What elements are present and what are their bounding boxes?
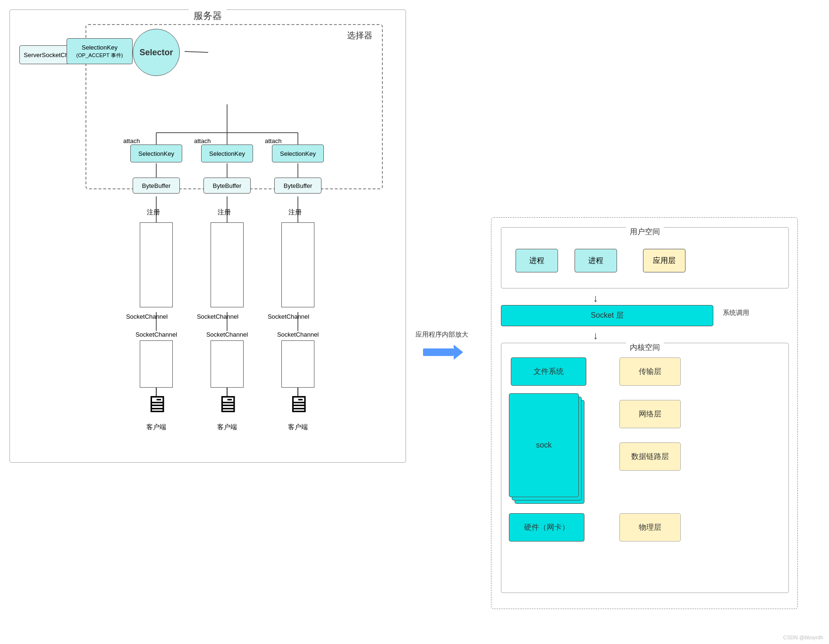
zoom-arrow-area: 应用程序内部放大	[415, 330, 468, 362]
selection-key-3: SelectionKey	[272, 144, 324, 162]
attach-label-3: attach	[265, 137, 281, 144]
sc-tall-3	[281, 222, 314, 307]
sc-label-outer-2: SocketChannel	[196, 331, 258, 338]
bytebuffer-3: ByteBuffer	[274, 178, 321, 194]
selection-key-top: SelectionKey (OP_ACCEPT 事件)	[67, 38, 133, 64]
kernel-space-label: 内核空间	[626, 343, 664, 353]
sc-tall-2	[211, 222, 244, 307]
computer-icon-1: 🖥	[133, 392, 180, 416]
client-label-1: 客户端	[142, 423, 170, 432]
sc-label-1: SocketChannel	[123, 313, 170, 320]
selector-label: 选择器	[347, 30, 372, 41]
register-label-3: 注册	[218, 208, 231, 217]
data-link-box: 数据链路层	[619, 442, 681, 471]
sc-small-1	[140, 340, 173, 388]
watermark: CSDN @bboyrdh	[783, 635, 823, 640]
process-box-2: 进程	[575, 249, 617, 272]
socket-layer-box: Socket 层	[501, 305, 713, 326]
user-space-box: 用户空间 进程 进程 应用层	[501, 227, 789, 288]
process-box-1: 进程	[516, 249, 558, 272]
register-label-2: 注册	[147, 208, 160, 217]
sc-label-outer-3: SocketChannel	[267, 331, 329, 338]
selection-key-2: SelectionKey	[201, 144, 253, 162]
sc-label-2: SocketChannel	[194, 313, 241, 320]
zoom-arrow	[421, 343, 463, 362]
computer-icon-3: 🖥	[274, 392, 321, 416]
down-arrow-2: ↓	[593, 330, 598, 342]
app-layer-box: 应用层	[643, 249, 685, 272]
physical-layer-box: 物理层	[619, 513, 681, 542]
attach-label-2: attach	[194, 137, 211, 144]
right-panel: 用户空间 进程 进程 应用层 ↓ Socket 层 系统调用 ↓ 内核空间	[491, 217, 798, 609]
down-arrow-1: ↓	[593, 292, 598, 305]
client-label-3: 客户端	[284, 423, 312, 432]
sock-box-front: sock	[509, 393, 579, 497]
kernel-space-box: 内核空间 文件系统 传输层 sock 网络层 数据链路层	[501, 343, 789, 593]
hardware-box: 硬件（网卡）	[509, 513, 584, 542]
svg-marker-20	[454, 345, 463, 360]
selection-key-1: SelectionKey	[130, 144, 182, 162]
file-system-box: 文件系统	[511, 357, 586, 386]
selector-circle: Selector	[133, 29, 180, 76]
svg-rect-19	[423, 348, 454, 356]
bytebuffer-1: ByteBuffer	[133, 178, 180, 194]
left-panel: 服务器	[9, 9, 406, 463]
sc-label-outer-1: SocketChannel	[126, 331, 187, 338]
sc-label-3: SocketChannel	[265, 313, 312, 320]
syscall-label: 系统调用	[723, 309, 749, 317]
client-label-2: 客户端	[213, 423, 241, 432]
transport-layer-box: 传输层	[619, 357, 681, 386]
user-space-label: 用户空间	[626, 227, 664, 237]
computer-icon-2: 🖥	[203, 392, 251, 416]
register-label-4: 注册	[288, 208, 302, 217]
zoom-label: 应用程序内部放大	[415, 330, 468, 339]
network-layer-box: 网络层	[619, 400, 681, 428]
sc-tall-1	[140, 222, 173, 307]
sc-small-3	[281, 340, 314, 388]
sc-small-2	[211, 340, 244, 388]
bytebuffer-2: ByteBuffer	[203, 178, 251, 194]
main-container: 服务器	[0, 0, 829, 644]
attach-label-1: attach	[123, 137, 140, 144]
server-label: 服务器	[189, 9, 227, 22]
